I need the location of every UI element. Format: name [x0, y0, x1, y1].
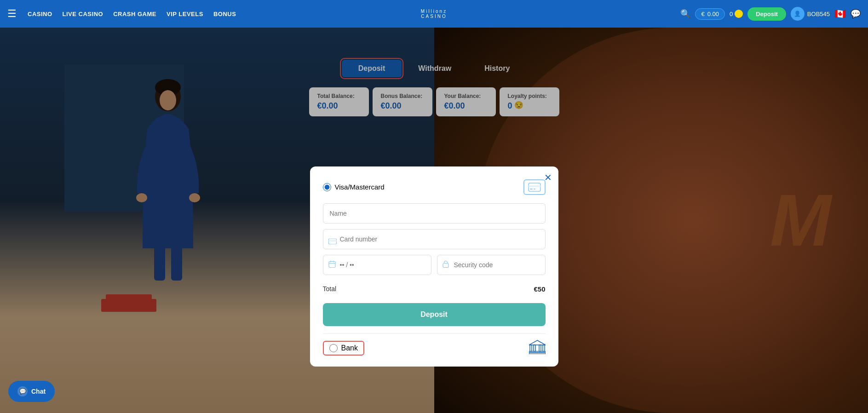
nav-right: 🔍 € 0.00 0 Deposit 👤 BOB545 🇨🇦 💬	[680, 7, 861, 21]
search-icon[interactable]: 🔍	[680, 9, 690, 19]
bank-method-row: Bank	[323, 339, 546, 357]
card-icon	[523, 179, 546, 195]
visa-mastercard-radio[interactable]	[323, 183, 331, 191]
hamburger-icon[interactable]: ☰	[7, 8, 17, 20]
visa-mastercard-row: Visa/Mastercard	[323, 179, 546, 195]
site-logo: Millionz CASINO	[421, 9, 447, 19]
nav-vip-levels[interactable]: VIP LEVELS	[167, 11, 203, 17]
svg-rect-8	[529, 185, 540, 187]
deposit-submit-button[interactable]: Deposit	[323, 303, 546, 326]
chat-button[interactable]: 💬 Chat	[8, 381, 55, 402]
navbar: ☰ CASINO LIVE CASINO CRASH GAME VIP LEVE…	[0, 0, 868, 28]
bank-label: Bank	[341, 344, 358, 352]
username: BOB545	[807, 11, 830, 17]
name-field-wrap	[323, 203, 546, 229]
card-details-row	[323, 255, 546, 275]
visa-mastercard-text: Visa/Mastercard	[335, 183, 385, 191]
main-area: M	[0, 28, 868, 413]
modal-overlay: ✕ Visa/Mastercard	[0, 28, 868, 413]
svg-rect-19	[530, 345, 532, 351]
card-number-icon	[328, 238, 337, 246]
svg-rect-17	[443, 263, 448, 267]
expiry-field-wrap	[323, 255, 431, 275]
expiry-input[interactable]	[323, 255, 431, 275]
coin-icon	[735, 10, 743, 18]
svg-rect-21	[539, 345, 541, 351]
card-number-field-wrap	[323, 229, 546, 255]
svg-rect-12	[328, 240, 336, 241]
country-flag: 🇨🇦	[834, 8, 846, 19]
nav-crash-game[interactable]: CRASH GAME	[113, 11, 156, 17]
total-value: €50	[534, 285, 545, 293]
security-code-input[interactable]	[437, 255, 546, 275]
lock-icon	[443, 260, 449, 269]
svg-rect-20	[534, 345, 535, 351]
deposit-modal: ✕ Visa/Mastercard	[310, 166, 558, 367]
user-display: 👤 BOB545	[791, 7, 830, 21]
nav-live-casino[interactable]: LIVE CASINO	[63, 11, 103, 17]
nav-links: CASINO LIVE CASINO CRASH GAME VIP LEVELS…	[28, 11, 236, 17]
svg-rect-22	[543, 345, 545, 351]
chat-icon: 💬	[17, 386, 28, 396]
nav-bonus[interactable]: BONUS	[213, 11, 236, 17]
svg-rect-10	[534, 189, 535, 189]
balance-display: € 0.00	[695, 8, 725, 20]
calendar-icon	[328, 260, 336, 269]
bank-icon	[529, 339, 546, 357]
visa-mastercard-label: Visa/Mastercard	[323, 183, 385, 191]
bank-radio[interactable]	[329, 344, 338, 352]
card-number-input[interactable]	[323, 229, 546, 249]
total-row: Total €50	[323, 281, 546, 298]
total-label: Total	[323, 285, 337, 293]
svg-rect-9	[530, 189, 533, 189]
bank-label-wrap: Bank	[323, 341, 364, 356]
security-field-wrap	[437, 255, 546, 275]
modal-close-button[interactable]: ✕	[544, 172, 552, 183]
svg-rect-13	[329, 261, 335, 267]
chat-label: Chat	[31, 388, 46, 395]
nav-casino[interactable]: CASINO	[28, 11, 52, 17]
divider	[323, 333, 546, 334]
svg-rect-24	[529, 353, 546, 354]
coins-display: 0	[730, 10, 743, 18]
avatar: 👤	[791, 7, 805, 21]
svg-marker-18	[529, 340, 546, 345]
nav-deposit-button[interactable]: Deposit	[747, 7, 786, 21]
name-input[interactable]	[323, 203, 546, 224]
message-icon[interactable]: 💬	[851, 9, 861, 19]
